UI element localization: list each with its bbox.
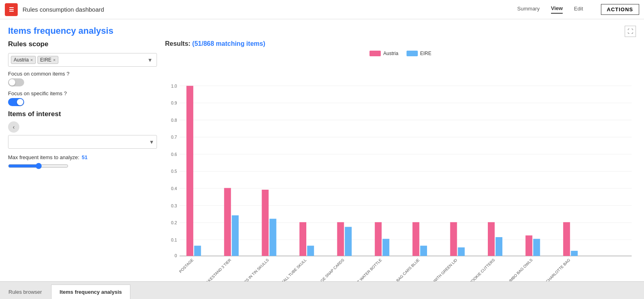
bottom-tabs: Rules browser Items frequency analysis [0,281,644,299]
svg-rect-29 [270,219,277,256]
max-items-value: 51 [82,154,87,160]
tag-eire-label: EIRE [40,57,52,63]
tag-austria-remove[interactable]: × [30,57,33,62]
nav-view[interactable]: View [551,5,563,14]
svg-text:0.9: 0.9 [171,100,177,105]
items-selector-arrow[interactable]: ▼ [149,139,154,145]
svg-rect-52 [563,222,570,256]
legend-austria: Austria [369,51,398,56]
actions-button[interactable]: ACTIONS [601,4,640,15]
svg-rect-31 [299,222,306,256]
svg-text:JUMBO BAG OWLS: JUMBO BAG OWLS [506,258,533,281]
tag-austria-label: Austria [14,57,29,63]
svg-rect-35 [345,227,352,256]
page-title: Items frequency analysis [8,26,636,36]
svg-text:0.6: 0.6 [171,152,177,157]
tag-selector-arrow[interactable]: ▼ [146,57,154,63]
bar-plasters: PLASTERS IN TIN SKULLS [233,190,277,281]
items-of-interest-title: Items of interest [8,110,157,118]
results-label: Results: [165,40,190,47]
bar-jamjar: JAM JAR WITH GREEN LID [420,222,464,281]
svg-rect-34 [337,222,344,256]
items-selector[interactable]: ▼ [8,135,157,149]
focus-specific-thumb [17,99,23,105]
legend-austria-swatch [369,51,381,56]
results-count: (51/868 matching items) [192,40,265,47]
svg-rect-41 [420,246,427,256]
right-panel: Results: (51/868 matching items) Austria… [165,40,636,281]
bar-jumbobag: JUMBO BAG OWLS [506,236,540,281]
svg-rect-37 [375,222,382,256]
legend-austria-label: Austria [383,51,398,56]
nav-summary[interactable]: Summary [517,6,540,13]
svg-rect-40 [413,222,419,256]
chart-wrapper: 1.0 0.9 0.8 0.7 0.6 0.5 0.4 0.3 0.2 0.1 … [165,58,636,281]
svg-rect-28 [262,190,268,256]
nav-links: Summary View Edit ACTIONS [517,4,639,15]
svg-text:0.5: 0.5 [171,169,177,174]
left-panel: Rules scope Austria × EIRE × ▼ Focus on … [8,40,165,281]
focus-common-label: Focus on common items ? [8,71,69,77]
chart-svg: 1.0 0.9 0.8 0.7 0.6 0.5 0.4 0.3 0.2 0.1 … [165,58,636,281]
focus-common-toggle[interactable] [8,78,24,86]
svg-text:PLASTERS IN TIN SKULLS: PLASTERS IN TIN SKULLS [233,258,270,281]
focus-specific-row: Focus on specific items ? [8,90,157,96]
svg-text:0.1: 0.1 [171,238,177,242]
svg-text:1.0: 1.0 [171,84,177,88]
svg-text:0.3: 0.3 [171,203,177,208]
tab-items-frequency[interactable]: Items frequency analysis [51,285,130,299]
svg-text:JAM JAR WITH GREEN LID: JAM JAR WITH GREEN LID [420,258,458,281]
tag-austria: Austria × [11,56,36,64]
svg-rect-47 [495,237,502,256]
tag-selector[interactable]: Austria × EIRE × ▼ [8,53,157,67]
focus-common-row: Focus on common items ? [8,71,157,77]
tag-eire-remove[interactable]: × [53,57,56,62]
focus-common-thumb [9,79,15,86]
bar-regency: REGENCY CAKESTAND 3 TIER [189,188,239,281]
svg-text:0: 0 [175,253,177,258]
max-items-slider[interactable] [8,163,68,169]
svg-text:0.7: 0.7 [171,135,177,139]
expand-button[interactable]: ⛶ [625,26,636,37]
svg-text:0.2: 0.2 [171,220,177,225]
focus-specific-label: Focus on specific items ? [8,90,67,96]
svg-rect-44 [458,248,465,256]
svg-rect-26 [232,215,239,256]
svg-rect-53 [571,251,578,256]
nav-edit[interactable]: Edit [574,6,583,13]
bar-lunchbag: LUNCH BAG CARS BLUE [385,222,427,281]
svg-rect-50 [533,239,540,256]
svg-rect-43 [450,222,457,256]
svg-text:VINTAGE SNAP CARDS: VINTAGE SNAP CARDS [312,258,345,281]
rules-scope-title: Rules scope [8,40,157,48]
svg-rect-25 [224,188,231,256]
main-content: Items frequency analysis Rules scope Aus… [0,19,644,281]
tag-eire: EIRE × [37,56,58,64]
svg-rect-49 [526,236,533,256]
results-header: Results: (51/868 matching items) [165,40,636,47]
svg-rect-46 [488,222,495,256]
slider-container [8,163,157,170]
tab-rules-browser[interactable]: Rules browser [0,285,50,299]
top-nav: ☰ Rules consumption dashboard Summary Vi… [0,0,644,19]
svg-rect-22 [186,86,193,256]
svg-text:POSTAGE: POSTAGE [178,258,194,274]
prev-arrow-button[interactable]: ‹ [8,121,19,133]
legend-eire-swatch [407,51,418,56]
svg-text:0.8: 0.8 [171,118,177,123]
chart-legend: Austria EIRE [165,51,636,56]
svg-rect-23 [194,246,201,256]
legend-eire-label: EIRE [420,51,431,56]
svg-rect-38 [382,239,389,256]
focus-specific-toggle[interactable] [8,98,24,106]
svg-text:REGENCY CAKESTAND 3 TIER: REGENCY CAKESTAND 3 TIER [189,258,232,281]
legend-eire: EIRE [407,51,431,56]
svg-text:LUNCH BAG CARS BLUE: LUNCH BAG CARS BLUE [385,258,420,281]
app-title: Rules consumption dashboard [23,6,517,13]
svg-text:0.4: 0.4 [171,186,177,191]
y-axis: 1.0 0.9 0.8 0.7 0.6 0.5 0.4 0.3 0.2 0.1 … [171,84,632,258]
bar-postage: POSTAGE [178,86,201,274]
content-body: Rules scope Austria × EIRE × ▼ Focus on … [8,40,636,281]
svg-rect-32 [307,246,314,256]
app-icon: ☰ [5,3,18,16]
